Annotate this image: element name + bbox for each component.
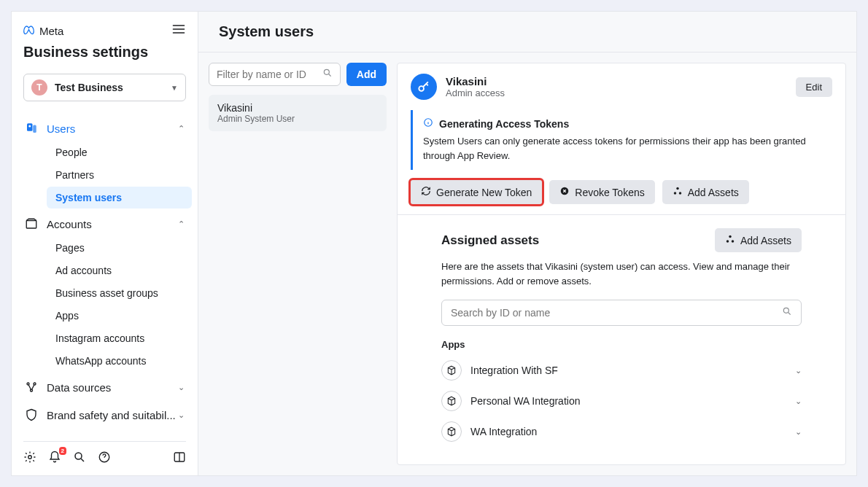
hamburger-menu-icon[interactable]: [171, 22, 186, 39]
assets-icon: [673, 186, 683, 198]
app-frame: Meta Business settings T Test Business ▼: [11, 11, 857, 476]
search-icon[interactable]: [73, 451, 86, 467]
info-title: Generating Access Tokens: [439, 118, 569, 130]
svg-point-13: [419, 86, 424, 91]
page-title: System users: [198, 12, 856, 52]
info-box: Generating Access Tokens System Users ca…: [411, 110, 832, 170]
chevron-down-icon: ⌄: [795, 366, 802, 375]
svg-point-5: [34, 383, 36, 385]
asset-search-input[interactable]: [451, 307, 782, 319]
asset-search-wrapper[interactable]: [441, 300, 802, 326]
svg-point-12: [324, 69, 329, 74]
asset-row[interactable]: WA Integration ⌄: [441, 421, 802, 442]
filter-input[interactable]: [217, 69, 322, 80]
user-list-column: Add Vikasini Admin System User: [209, 63, 387, 465]
assigned-title: Assigned assets: [441, 233, 539, 248]
svg-point-8: [28, 456, 32, 459]
detail-panel: Vikasini Admin access Edit Generating Ac…: [397, 63, 846, 465]
assets-group-label: Apps: [441, 339, 802, 350]
business-avatar: T: [31, 79, 47, 96]
shield-icon: [25, 408, 38, 421]
user-name: Vikasini: [217, 102, 378, 114]
filter-input-wrapper[interactable]: [209, 63, 341, 86]
nav-item-asset-groups[interactable]: Business asset groups: [47, 282, 192, 304]
user-role: Admin System User: [217, 114, 378, 124]
accounts-icon: [25, 217, 38, 230]
nav-item-pages[interactable]: Pages: [47, 237, 192, 259]
brand-name: Meta: [39, 25, 63, 37]
svg-rect-3: [26, 221, 36, 229]
sidebar-title: Business settings: [23, 44, 186, 61]
sidebar: Meta Business settings T Test Business ▼: [12, 12, 198, 475]
chevron-down-icon: ⌄: [795, 427, 802, 437]
nav-label: Users: [47, 122, 75, 135]
asset-name: Personal WA Integration: [470, 395, 580, 407]
nav-item-whatsapp[interactable]: WhatsApp accounts: [47, 350, 192, 372]
nav-item-instagram[interactable]: Instagram accounts: [47, 327, 192, 349]
asset-name: Integration With SF: [470, 365, 558, 376]
search-icon: [322, 68, 333, 81]
svg-point-22: [783, 308, 788, 313]
nav-label: Data sources: [47, 381, 111, 394]
nav-label: Accounts: [47, 218, 92, 230]
svg-point-18: [678, 192, 681, 195]
svg-point-17: [673, 192, 676, 195]
panel-toggle-icon[interactable]: [173, 451, 186, 467]
svg-point-20: [726, 240, 729, 243]
nav-item-partners[interactable]: Partners: [47, 164, 192, 186]
nav-section-brand-safety[interactable]: Brand safety and suitabil... ⌄: [18, 402, 192, 427]
nav-item-apps[interactable]: Apps: [47, 305, 192, 327]
info-text: System Users can only generate access to…: [423, 134, 822, 163]
generate-token-button[interactable]: Generate New Token: [411, 180, 542, 204]
nav-section-registrations[interactable]: Registrations ⌄: [18, 430, 192, 434]
edit-button[interactable]: Edit: [796, 77, 832, 97]
business-selector[interactable]: T Test Business ▼: [23, 74, 186, 101]
svg-point-19: [729, 235, 732, 238]
close-circle-icon: [559, 186, 570, 198]
help-icon[interactable]: [98, 451, 111, 467]
caret-down-icon: ▼: [171, 84, 178, 92]
svg-point-21: [732, 240, 735, 243]
meta-logo: Meta: [23, 24, 63, 37]
assets-icon: [725, 234, 735, 246]
bell-icon[interactable]: 2: [48, 451, 61, 467]
notification-badge: 2: [59, 447, 66, 455]
nav-section-users[interactable]: Users ⌃: [18, 116, 192, 141]
nav-item-ad-accounts[interactable]: Ad accounts: [47, 260, 192, 281]
add-user-button[interactable]: Add: [346, 63, 387, 86]
svg-point-16: [676, 187, 679, 190]
info-icon: [423, 117, 433, 130]
nav: Users ⌃ People Partners System users: [12, 101, 198, 434]
asset-name: WA Integration: [470, 426, 537, 437]
user-list-item[interactable]: Vikasini Admin System User: [209, 95, 387, 131]
key-icon: [411, 74, 437, 100]
business-name: Test Business: [55, 82, 123, 93]
assigned-section: Assigned assets Add Assets Here are the …: [398, 215, 845, 456]
refresh-icon: [421, 186, 431, 198]
detail-user-name: Vikasini: [446, 75, 505, 87]
add-assets-button[interactable]: Add Assets: [662, 180, 749, 204]
nav-section-data-sources[interactable]: Data sources ⌄: [18, 375, 192, 400]
revoke-tokens-button[interactable]: Revoke Tokens: [549, 180, 654, 204]
button-label: Revoke Tokens: [575, 187, 644, 198]
svg-rect-2: [33, 125, 36, 133]
chevron-down-icon: ⌄: [178, 383, 185, 392]
users-icon: [25, 122, 38, 135]
data-sources-icon: [25, 381, 38, 394]
nav-item-people[interactable]: People: [47, 141, 192, 163]
nav-label: Brand safety and suitabil...: [47, 409, 176, 421]
sidebar-header: Meta Business settings: [12, 12, 198, 66]
chevron-down-icon: ⌄: [795, 397, 802, 406]
detail-user-role: Admin access: [446, 87, 505, 98]
asset-row[interactable]: Integration With SF ⌄: [441, 360, 802, 381]
add-assets-button-2[interactable]: Add Assets: [715, 228, 802, 252]
button-label: Add Assets: [688, 187, 739, 198]
nav-section-accounts[interactable]: Accounts ⌃: [18, 211, 192, 236]
svg-point-6: [31, 389, 33, 391]
gear-icon[interactable]: [23, 451, 36, 467]
nav-item-system-users[interactable]: System users: [47, 187, 192, 209]
asset-row[interactable]: Personal WA Integration ⌄: [441, 391, 802, 411]
button-label: Generate New Token: [436, 187, 532, 198]
chevron-down-icon: ⌄: [178, 410, 185, 420]
svg-point-9: [75, 453, 82, 459]
